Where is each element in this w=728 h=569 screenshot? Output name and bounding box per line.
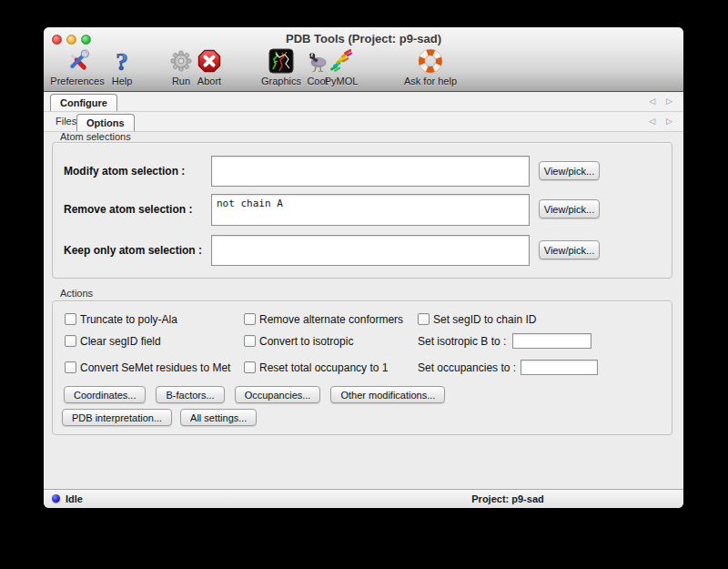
checkbox-reset-total-occupancy[interactable] xyxy=(244,361,256,373)
title-bar: PDB Tools (Project: p9-sad) Preferences … xyxy=(44,27,683,92)
toolbar-button-help[interactable]: ? Help xyxy=(109,48,135,86)
tab-label: Options xyxy=(86,117,125,128)
pdb-interpretation-button[interactable]: PDB interpretation... xyxy=(62,409,172,426)
molecule-viewer-icon xyxy=(268,48,294,74)
toolbar-button-preferences[interactable]: Preferences xyxy=(50,48,104,86)
action-buttons-row-1: Coordinates... B-factors... Occupancies.… xyxy=(64,386,445,403)
set-isotropic-b-input[interactable] xyxy=(512,333,592,349)
tab-bar-sub: Files Options ◁ ▷ xyxy=(44,112,683,132)
group-title-actions: Actions xyxy=(60,288,93,299)
toolbar-label: PyMOL xyxy=(325,76,359,86)
tab-scroll-left-icon[interactable]: ◁ xyxy=(649,117,655,126)
red-octagon-x-icon xyxy=(197,48,222,74)
label-convert-to-isotropic: Convert to isotropic xyxy=(259,335,353,348)
project-label: Project: p9-sad xyxy=(417,493,599,504)
crossed-tools-icon xyxy=(65,48,90,74)
label-truncate-to-poly-ala: Truncate to poly-Ala xyxy=(80,313,177,326)
tab-scroll-left-icon[interactable]: ◁ xyxy=(649,97,655,106)
label-keep-only-atom-selection: Keep only atom selection : xyxy=(64,244,202,257)
toolbar-button-abort[interactable]: Abort xyxy=(197,48,222,86)
status-indicator-icon xyxy=(52,494,60,503)
action-buttons-row-2: PDB interpretation... All settings... xyxy=(62,409,257,426)
checkbox-remove-alternate-conformers[interactable] xyxy=(244,313,256,325)
label-set-isotropic-b-to: Set isotropic B to : xyxy=(418,335,506,348)
checkbox-set-segid-to-chain-id[interactable] xyxy=(418,313,430,325)
status-bar: Idle Project: p9-sad xyxy=(44,489,683,508)
b-factors-button[interactable]: B-factors... xyxy=(156,386,224,403)
set-occupancies-input[interactable] xyxy=(521,360,598,375)
window-title: PDB Tools (Project: p9-sad) xyxy=(98,32,629,46)
coordinates-button[interactable]: Coordinates... xyxy=(64,386,146,403)
toolbar-button-ask-for-help[interactable]: Ask for help xyxy=(404,48,457,86)
label-convert-semet-to-met: Convert SeMet residues to Met xyxy=(80,361,230,374)
keep-only-atom-selection-input[interactable] xyxy=(211,235,530,266)
group-title-atom-selections: Atom selections xyxy=(60,131,131,142)
view-pick-button-keep-only[interactable]: View/pick... xyxy=(539,240,600,259)
minimize-window-button[interactable] xyxy=(66,35,76,45)
toolbar-label: Help xyxy=(112,76,133,86)
label-clear-segid-field: Clear segID field xyxy=(80,335,161,348)
close-window-button[interactable] xyxy=(52,35,62,45)
label-reset-total-occupancy: Reset total occupancy to 1 xyxy=(259,361,388,374)
tab-scroll-controls: ◁ ▷ xyxy=(649,112,672,131)
tab-files[interactable]: Files xyxy=(56,116,76,127)
svg-text:?: ? xyxy=(116,48,128,74)
status-text: Idle xyxy=(66,493,83,504)
checkbox-convert-to-isotropic[interactable] xyxy=(244,335,256,347)
checkbox-clear-segid-field[interactable] xyxy=(65,335,76,347)
checkbox-truncate-to-poly-ala[interactable] xyxy=(65,313,76,325)
lifebuoy-icon xyxy=(418,48,443,74)
toolbar-label: Graphics xyxy=(261,76,301,86)
occupancies-button[interactable]: Occupancies... xyxy=(235,386,321,403)
blue-question-mark-icon: ? xyxy=(109,48,135,74)
label-remove-alternate-conformers: Remove alternate conformers xyxy=(259,313,403,326)
tab-scroll-right-icon[interactable]: ▷ xyxy=(666,117,672,126)
zoom-window-button[interactable] xyxy=(81,35,91,45)
other-modifications-button[interactable]: Other modifications... xyxy=(330,386,445,403)
label-set-occupancies-to: Set occupancies to : xyxy=(418,361,516,374)
toolbar-label: Preferences xyxy=(50,76,104,86)
view-pick-button-modify[interactable]: View/pick... xyxy=(539,161,600,180)
view-pick-button-remove[interactable]: View/pick... xyxy=(539,199,600,218)
remove-atom-selection-input[interactable]: not chain A xyxy=(211,194,530,226)
tab-scroll-controls: ◁ ▷ xyxy=(649,92,672,111)
all-settings-button[interactable]: All settings... xyxy=(180,409,257,426)
rainbow-ribbon-icon xyxy=(329,48,354,74)
toolbar-button-run[interactable]: Run xyxy=(168,48,194,86)
toolbar-label: Abort xyxy=(197,76,221,86)
tab-bar-main: Configure ◁ ▷ xyxy=(44,92,683,112)
tab-configure[interactable]: Configure xyxy=(50,94,117,111)
tab-label: Configure xyxy=(60,97,107,108)
label-set-segid-to-chain-id: Set segID to chain ID xyxy=(433,313,536,326)
toolbar-button-pymol[interactable]: PyMOL xyxy=(325,48,359,86)
toolbar-label: Run xyxy=(172,76,190,86)
label-remove-atom-selection: Remove atom selection : xyxy=(64,203,192,216)
tab-options[interactable]: Options xyxy=(76,114,135,131)
modify-atom-selection-input[interactable] xyxy=(211,156,530,187)
toolbar-button-graphics[interactable]: Graphics xyxy=(261,48,301,86)
checkbox-convert-semet-to-met[interactable] xyxy=(65,361,76,373)
tab-scroll-right-icon[interactable]: ▷ xyxy=(666,97,672,106)
toolbar-label: Ask for help xyxy=(404,76,457,86)
label-modify-atom-selection: Modify atom selection : xyxy=(64,165,185,178)
gear-icon xyxy=(168,48,194,74)
app-window: PDB Tools (Project: p9-sad) Preferences … xyxy=(44,27,683,508)
